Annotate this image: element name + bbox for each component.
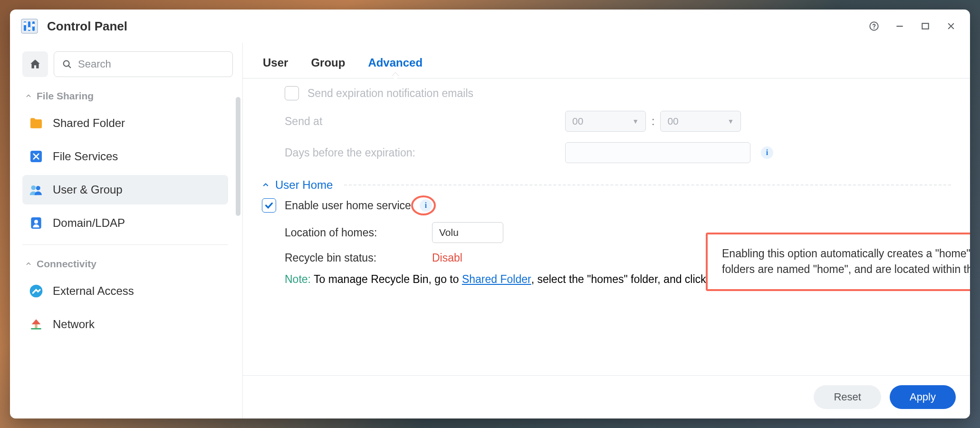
maximize-button[interactable] xyxy=(914,15,937,38)
note-text-suffix: , select the "homes" folder, and click E… xyxy=(531,273,728,286)
note-text-prefix: To manage Recycle Bin, go to xyxy=(311,273,462,286)
svg-point-17 xyxy=(34,220,38,224)
svg-rect-10 xyxy=(896,26,903,27)
checkbox-enable-user-home[interactable] xyxy=(262,198,276,213)
caret-down-icon: ▼ xyxy=(632,117,639,125)
info-icon[interactable]: i xyxy=(761,146,773,159)
sidebar-divider xyxy=(22,244,228,245)
control-panel-window: Control Panel xyxy=(10,10,970,418)
svg-rect-11 xyxy=(922,23,928,29)
sidebar-item-label: Domain/LDAP xyxy=(53,216,125,230)
titlebar: Control Panel xyxy=(10,10,970,43)
chevron-up-icon xyxy=(25,261,32,267)
sidebar-item-label: External Access xyxy=(53,284,134,298)
tabs: User Group Advanced xyxy=(243,43,970,78)
time-colon: : xyxy=(652,115,654,128)
search-icon xyxy=(62,59,72,69)
section-title-text: User Home xyxy=(275,178,333,192)
sidebar-item-network[interactable]: Network xyxy=(22,310,228,339)
footer: Reset Apply xyxy=(243,375,970,418)
caret-down-icon: ▼ xyxy=(728,117,734,125)
svg-rect-19 xyxy=(35,324,37,328)
home-button[interactable] xyxy=(22,51,48,77)
search-input[interactable] xyxy=(78,58,225,70)
file-services-icon xyxy=(28,148,44,165)
main-panel: User Group Advanced Send expiration noti… xyxy=(243,43,970,418)
section-connectivity[interactable]: Connectivity xyxy=(22,254,228,276)
location-select[interactable]: Volu xyxy=(432,222,503,243)
sidebar-item-external-access[interactable]: External Access xyxy=(22,276,228,306)
section-user-home[interactable]: User Home xyxy=(262,178,951,192)
svg-point-7 xyxy=(32,24,35,27)
send-expiration-label: Send expiration notification emails xyxy=(307,87,473,100)
folder-icon xyxy=(28,115,44,131)
send-at-label: Send at xyxy=(285,115,565,128)
checkbox-send-expiration[interactable] xyxy=(285,86,299,100)
control-panel-icon xyxy=(20,17,38,35)
select-value: 00 xyxy=(572,116,583,127)
sidebar-item-file-services[interactable]: File Services xyxy=(22,142,228,171)
sidebar: File Sharing Shared Folder File Services xyxy=(10,43,243,418)
shared-folder-link[interactable]: Shared Folder xyxy=(462,273,531,286)
info-icon-user-home[interactable]: i xyxy=(420,199,432,212)
svg-point-9 xyxy=(874,28,874,29)
help-button[interactable] xyxy=(863,15,885,38)
select-value: Volu xyxy=(439,227,459,238)
svg-point-6 xyxy=(28,27,31,30)
days-before-input[interactable] xyxy=(565,142,750,163)
info-tooltip: Enabling this option automatically creat… xyxy=(706,233,970,291)
tab-advanced[interactable]: Advanced xyxy=(367,51,423,78)
apply-button[interactable]: Apply xyxy=(890,385,956,409)
sidebar-item-user-group[interactable]: User & Group xyxy=(22,175,228,204)
sidebar-item-label: Shared Folder xyxy=(53,117,125,130)
sidebar-item-domain-ldap[interactable]: Domain/LDAP xyxy=(22,208,228,238)
svg-point-15 xyxy=(36,186,40,190)
window-title: Control Panel xyxy=(47,19,127,34)
svg-point-14 xyxy=(31,185,36,190)
sidebar-item-label: File Services xyxy=(53,150,118,163)
recycle-label: Recycle bin status: xyxy=(285,252,432,264)
location-label: Location of homes: xyxy=(285,226,432,239)
select-value: 00 xyxy=(667,116,678,127)
external-access-icon xyxy=(28,283,44,299)
section-label: File Sharing xyxy=(37,90,94,102)
tab-user[interactable]: User xyxy=(262,51,289,78)
chevron-up-icon xyxy=(262,181,269,189)
send-at-min-select[interactable]: 00 ▼ xyxy=(660,111,741,132)
svg-point-5 xyxy=(24,22,27,25)
minimize-button[interactable] xyxy=(888,15,911,38)
user-group-icon xyxy=(28,182,44,198)
content-area: Send expiration notification emails Send… xyxy=(243,78,970,375)
sidebar-item-label: User & Group xyxy=(53,183,123,196)
tooltip-text: Enabling this option automatically creat… xyxy=(722,247,970,275)
days-before-label: Days before the expiration: xyxy=(285,146,565,159)
svg-point-18 xyxy=(30,285,43,298)
chevron-up-icon xyxy=(25,93,32,99)
section-file-sharing[interactable]: File Sharing xyxy=(22,87,228,108)
enable-user-home-label: Enable user home service xyxy=(285,199,411,212)
search-box[interactable] xyxy=(54,51,233,77)
note-label: Note: xyxy=(285,273,311,286)
recycle-value: Disabl xyxy=(432,252,462,264)
sidebar-item-label: Network xyxy=(53,318,95,331)
close-button[interactable] xyxy=(940,15,962,38)
send-at-hour-select[interactable]: 00 ▼ xyxy=(565,111,646,132)
domain-ldap-icon xyxy=(28,215,44,231)
section-label: Connectivity xyxy=(37,258,96,270)
sidebar-item-shared-folder[interactable]: Shared Folder xyxy=(22,108,228,138)
sidebar-scrollbar[interactable] xyxy=(236,97,240,216)
network-icon xyxy=(28,316,44,332)
reset-button[interactable]: Reset xyxy=(814,385,881,409)
section-divider xyxy=(344,185,951,185)
tab-group[interactable]: Group xyxy=(310,51,346,78)
